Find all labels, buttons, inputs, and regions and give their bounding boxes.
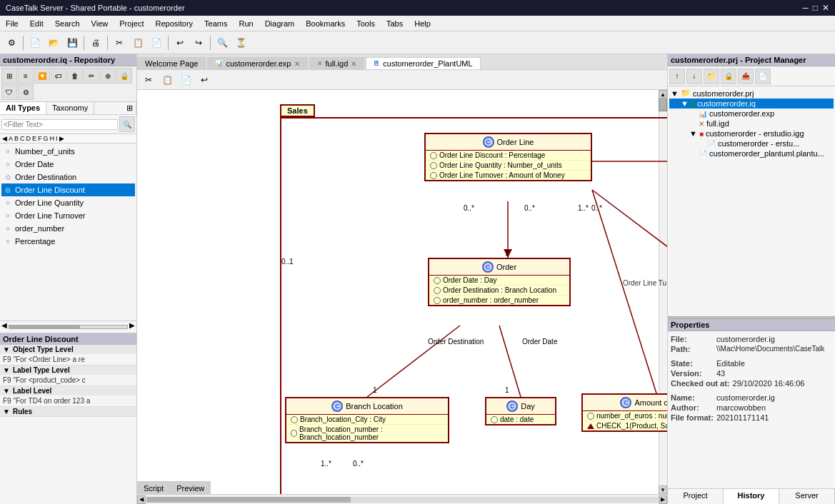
alpha-left-arrow[interactable]: ◀: [1, 135, 8, 142]
project-tab[interactable]: Project: [668, 489, 724, 504]
redo-button[interactable]: ↪: [190, 34, 207, 51]
edit-button[interactable]: ✏: [84, 68, 99, 84]
gear-button[interactable]: ⚙: [18, 84, 34, 100]
taxonomy-tab[interactable]: Taxonomy: [46, 102, 94, 114]
list-item-order-line-discount[interactable]: ◎ Order Line Discount: [1, 183, 135, 196]
history-tab[interactable]: History: [724, 489, 779, 504]
alpha-right-arrow[interactable]: ▶: [59, 135, 65, 142]
menu-item-project[interactable]: Project: [114, 18, 149, 29]
server-tab[interactable]: Server: [779, 489, 835, 504]
lock-button[interactable]: 🔒: [116, 68, 132, 84]
expand-icon-3[interactable]: ▼: [3, 387, 10, 395]
undo-button[interactable]: ↩: [171, 34, 189, 51]
grid-view-button[interactable]: ⊞: [1, 68, 17, 84]
list-item-order-date[interactable]: ○ Order Date: [1, 158, 135, 171]
tree-item-plantuml[interactable]: 📄 customerorder_plantuml.plantu...: [669, 148, 834, 158]
rp-share-button[interactable]: 📤: [738, 69, 754, 84]
rp-up-button[interactable]: ↑: [669, 69, 685, 84]
scroll-up-arrow[interactable]: ▲: [659, 90, 667, 99]
exp-tab-close[interactable]: ✕: [294, 60, 300, 68]
menu-item-bookmarks[interactable]: Bookmarks: [300, 18, 351, 29]
menu-item-repository[interactable]: Repository: [149, 18, 199, 29]
menu-item-run[interactable]: Run: [233, 18, 259, 29]
menu-item-tabs[interactable]: Tabs: [381, 18, 409, 29]
diag-cut-button[interactable]: ✂: [140, 71, 157, 89]
tree-item-erstudio-file[interactable]: 📄 customerorder - erstu...: [669, 138, 834, 148]
left-arrow-icon[interactable]: ◀: [1, 321, 7, 333]
welcome-page-tab[interactable]: Welcome Page: [137, 57, 206, 69]
rp-folder-button[interactable]: 📁: [704, 69, 719, 84]
diag-copy-button[interactable]: 📋: [159, 71, 176, 89]
amount-of-money-class[interactable]: C Amount of Money number_of_euros : numb…: [581, 393, 667, 432]
alpha-A[interactable]: A: [8, 135, 14, 142]
rp-lock-button[interactable]: 🔒: [721, 69, 736, 84]
menu-item-edit[interactable]: Edit: [24, 18, 49, 29]
menu-item-diagram[interactable]: Diagram: [259, 18, 301, 29]
copy-button[interactable]: 📋: [129, 34, 146, 51]
tag-button[interactable]: 🏷: [51, 68, 66, 84]
alpha-E[interactable]: E: [31, 135, 37, 142]
list-item-order-number[interactable]: ○ order_number: [1, 222, 135, 235]
paste-button[interactable]: 📄: [148, 34, 165, 51]
open-button[interactable]: 📂: [45, 34, 62, 51]
diag-paste-button[interactable]: 📄: [177, 71, 194, 89]
menu-item-tools[interactable]: Tools: [351, 18, 381, 29]
menu-item-search[interactable]: Search: [49, 18, 86, 29]
alpha-H[interactable]: H: [49, 135, 56, 142]
right-arrow-icon[interactable]: ▶: [129, 321, 135, 333]
plantuml-tab[interactable]: 🖹 customerorder_PlantUML: [366, 57, 480, 69]
filter-input[interactable]: [1, 119, 118, 130]
tree-item-iq[interactable]: ▼ ■ customerorder.iq: [669, 99, 834, 109]
rp-down-button[interactable]: ↓: [686, 69, 702, 84]
alpha-C[interactable]: C: [19, 135, 26, 142]
delete-button[interactable]: 🗑: [67, 68, 83, 84]
menu-item-teams[interactable]: Teams: [199, 18, 233, 29]
cut-button[interactable]: ✂: [111, 34, 128, 51]
rp-new-button[interactable]: 📄: [755, 69, 771, 84]
expand-icon-2[interactable]: ▼: [3, 366, 10, 374]
filter-search-button[interactable]: 🔍: [119, 116, 135, 132]
grid-icon[interactable]: ⊞: [124, 102, 136, 114]
tree-item-erstudio[interactable]: ▼ ■ customerorder - erstudio.igg: [669, 128, 834, 138]
diag-undo-button[interactable]: ↩: [196, 71, 213, 89]
branch-location-class[interactable]: C Branch Location Branch_location_City :…: [285, 397, 449, 443]
new-button[interactable]: 📄: [26, 34, 44, 51]
day-class[interactable]: C Day date : date: [485, 397, 556, 425]
save-button[interactable]: 💾: [64, 34, 81, 51]
scroll-right-btn[interactable]: ▶: [659, 495, 667, 504]
order-line-class[interactable]: C Order Line Order Line Discount : Perce…: [424, 133, 592, 181]
tree-item-igd[interactable]: ✕ full.igd: [669, 119, 834, 128]
alpha-D[interactable]: D: [26, 135, 32, 142]
tree-item-proj[interactable]: ▼ 📁 customerorder.prj: [669, 88, 834, 99]
settings-button[interactable]: ⚙: [3, 34, 20, 51]
all-types-tab[interactable]: All Types: [0, 102, 46, 114]
filter-button[interactable]: 🔽: [34, 68, 50, 84]
timer-button[interactable]: ⏳: [232, 34, 249, 51]
menu-item-file[interactable]: File: [0, 18, 24, 29]
full-igd-tab[interactable]: ✕ full.igd ✕: [309, 57, 365, 69]
scroll-left-btn[interactable]: ◀: [137, 495, 146, 504]
list-item-order-line-quantity[interactable]: ○ Order Line Quantity: [1, 196, 135, 209]
hierarchy-button[interactable]: ⊕: [100, 68, 116, 84]
script-tab[interactable]: Script: [137, 482, 170, 494]
alpha-F[interactable]: F: [37, 135, 43, 142]
alpha-B[interactable]: B: [14, 135, 19, 142]
close-button[interactable]: ✕: [822, 3, 829, 13]
customerorder-exp-tab[interactable]: 📊 customerorder.exp ✕: [207, 57, 307, 69]
expand-icon[interactable]: ▼: [3, 346, 10, 353]
list-item-order-line-turnover[interactable]: ○ Order Line Turnover: [1, 209, 135, 222]
list-item-order-destination[interactable]: ◇ Order Destination: [1, 171, 135, 183]
igd-tab-close[interactable]: ✕: [351, 60, 356, 68]
maximize-button[interactable]: □: [813, 3, 818, 13]
minimize-button[interactable]: ─: [802, 3, 809, 13]
shield-button[interactable]: 🛡: [1, 84, 17, 100]
print-button[interactable]: 🖨: [87, 34, 104, 51]
expand-icon-4[interactable]: ▼: [3, 408, 10, 415]
list-item-percentage[interactable]: ○ Percentage: [1, 235, 135, 248]
list-view-button[interactable]: ≡: [18, 68, 34, 84]
menu-item-view[interactable]: View: [86, 18, 114, 29]
preview-tab[interactable]: Preview: [170, 482, 211, 494]
order-class[interactable]: C Order Order Date : Day Order Destinati…: [428, 258, 571, 306]
tree-item-exp[interactable]: 📊 customerorder.exp: [669, 109, 834, 119]
search-button[interactable]: 🔍: [214, 34, 231, 51]
